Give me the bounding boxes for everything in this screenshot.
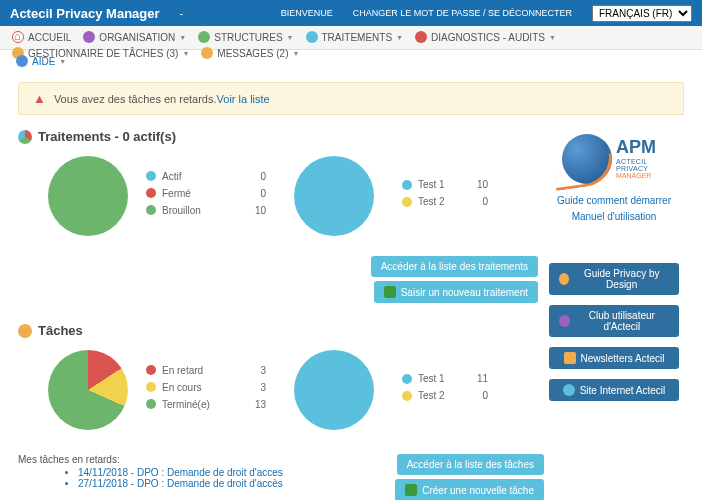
welcome-label: BIENVENUE (281, 8, 333, 18)
legend-dot (146, 188, 156, 198)
book-icon (559, 273, 569, 285)
home-icon (12, 31, 24, 43)
legend-value: 10 (466, 179, 488, 190)
traitements-section-icon (18, 130, 32, 144)
legend-label: Test 2 (418, 196, 466, 207)
btn-list-traitements[interactable]: Accéder à la liste des traitements (371, 256, 538, 277)
legend-label: Fermé (162, 188, 242, 199)
menu-accueil-label: ACCUEIL (28, 32, 71, 43)
chevron-down-icon: ▼ (179, 34, 186, 41)
section-traitements-header: Traitements - 0 actif(s) (18, 129, 544, 144)
legend-label: Test 1 (418, 373, 466, 384)
legend-traitements-test: Test 110 Test 20 (402, 179, 488, 213)
task-link[interactable]: 14/11/2018 - DPO : Demande de droit d'ac… (78, 467, 283, 478)
structures-icon (198, 31, 210, 43)
menu-accueil[interactable]: ACCUEIL (6, 29, 77, 45)
menu-traitements[interactable]: TRAITEMENTS ▼ (300, 29, 410, 45)
menu-structures-label: STRUCTURES (214, 32, 282, 43)
menu-traitements-label: TRAITEMENTS (322, 32, 393, 43)
btn-new-traitement-label: Saisir un nouveau traitement (401, 287, 528, 298)
legend-value: 0 (242, 188, 266, 199)
legend-value: 0 (466, 390, 488, 401)
btn-website-label: Site Internet Actecil (580, 385, 666, 396)
chevron-down-icon: ▼ (182, 50, 189, 57)
mail-icon (201, 47, 213, 59)
app-title: Actecil Privacy Manager (10, 6, 160, 21)
btn-list-taches[interactable]: Accéder à la liste des tâches (397, 454, 544, 475)
menu-organisation[interactable]: ORGANISATION ▼ (77, 29, 192, 45)
legend-taches-status: En retard3 En cours3 Terminé(e)13 (146, 365, 266, 416)
plus-icon (405, 484, 417, 496)
section-taches-header: Tâches (18, 323, 544, 338)
btn-website[interactable]: Site Internet Actecil (549, 379, 679, 401)
legend-dot (402, 374, 412, 384)
main-menu: ACCUEIL ORGANISATION ▼ STRUCTURES ▼ TRAI… (0, 26, 702, 50)
language-select[interactable]: FRANÇAIS (FR) (592, 5, 692, 22)
btn-newsletters-label: Newsletters Actecil (581, 353, 665, 364)
chevron-down-icon: ▼ (292, 50, 299, 57)
legend-label: Terminé(e) (162, 399, 242, 410)
legend-value: 0 (466, 196, 488, 207)
legend-label: Brouillon (162, 205, 242, 216)
pie-taches-test (294, 350, 374, 430)
link-guide-start[interactable]: Guide comment démarrer (544, 195, 684, 206)
legend-dot (146, 382, 156, 392)
task-link[interactable]: 27/11/2018 - DPO : Demande de droit d'ac… (78, 478, 283, 489)
btn-new-traitement[interactable]: Saisir un nouveau traitement (374, 281, 538, 303)
btn-user-club-label: Club utilisateur d'Actecil (575, 310, 669, 332)
btn-new-tache[interactable]: Créer une nouvelle tâche (395, 479, 544, 500)
plus-icon (384, 286, 396, 298)
legend-label: En retard (162, 365, 242, 376)
legend-dot (146, 399, 156, 409)
btn-newsletters[interactable]: Newsletters Actecil (549, 347, 679, 369)
change-password-link[interactable]: CHANGER LE MOT DE PASSE / SE DÉCONNECTER (353, 8, 572, 18)
chevron-down-icon: ▼ (287, 34, 294, 41)
legend-value: 11 (466, 373, 488, 384)
chevron-down-icon: ▼ (59, 58, 66, 65)
legend-label: Actif (162, 171, 242, 182)
help-icon (16, 55, 28, 67)
btn-guide-privacy[interactable]: Guide Privacy by Design (549, 263, 679, 295)
chevron-down-icon: ▼ (549, 34, 556, 41)
menu-messages-label: MESSAGES (2) (217, 48, 288, 59)
section-taches-title: Tâches (38, 323, 83, 338)
legend-dot (146, 365, 156, 375)
legend-value: 10 (242, 205, 266, 216)
warning-icon: ▲ (33, 91, 46, 106)
menu-messages[interactable]: MESSAGES (2) ▼ (195, 45, 305, 61)
menu-organisation-label: ORGANISATION (99, 32, 175, 43)
legend-value: 3 (242, 365, 266, 376)
legend-dot (402, 180, 412, 190)
chevron-down-icon: ▼ (396, 34, 403, 41)
legend-value: 13 (242, 399, 266, 410)
menu-diagnostics[interactable]: DIAGNOSTICS - AUDITS ▼ (409, 29, 562, 45)
users-icon (559, 315, 570, 327)
legend-taches-test: Test 111 Test 20 (402, 373, 488, 407)
my-overdue-tasks: Mes tâches en retards: 14/11/2018 - DPO … (18, 454, 374, 489)
top-bar: Actecil Privacy Manager - BIENVENUE CHAN… (0, 0, 702, 26)
mail-icon (564, 352, 576, 364)
legend-dot (146, 171, 156, 181)
menu-help-label: AIDE (32, 56, 55, 67)
alert-view-list-link[interactable]: Voir la liste (217, 93, 270, 105)
section-traitements-title: Traitements - 0 actif(s) (38, 129, 176, 144)
app-title-dash: - (180, 7, 184, 19)
logo-text-sub1: ACTECIL PRIVACY (616, 158, 674, 172)
organisation-icon (83, 31, 95, 43)
btn-guide-privacy-label: Guide Privacy by Design (574, 268, 669, 290)
legend-label: Test 2 (418, 390, 466, 401)
legend-label: En cours (162, 382, 242, 393)
legend-dot (146, 205, 156, 215)
menu-diagnostics-label: DIAGNOSTICS - AUDITS (431, 32, 545, 43)
link-manual[interactable]: Manuel d'utilisation (544, 211, 684, 222)
gear-icon (18, 324, 32, 338)
alert-overdue-tasks: ▲ Vous avez des tâches en retards. Voir … (18, 82, 684, 115)
pie-traitements-status (48, 156, 128, 236)
legend-label: Test 1 (418, 179, 466, 190)
menu-help[interactable]: AIDE ▼ (10, 53, 72, 69)
logo-text-sub2: MANAGER (616, 172, 674, 179)
logo-text-apm: APM (616, 137, 674, 158)
legend-value: 0 (242, 171, 266, 182)
menu-structures[interactable]: STRUCTURES ▼ (192, 29, 299, 45)
btn-user-club[interactable]: Club utilisateur d'Actecil (549, 305, 679, 337)
